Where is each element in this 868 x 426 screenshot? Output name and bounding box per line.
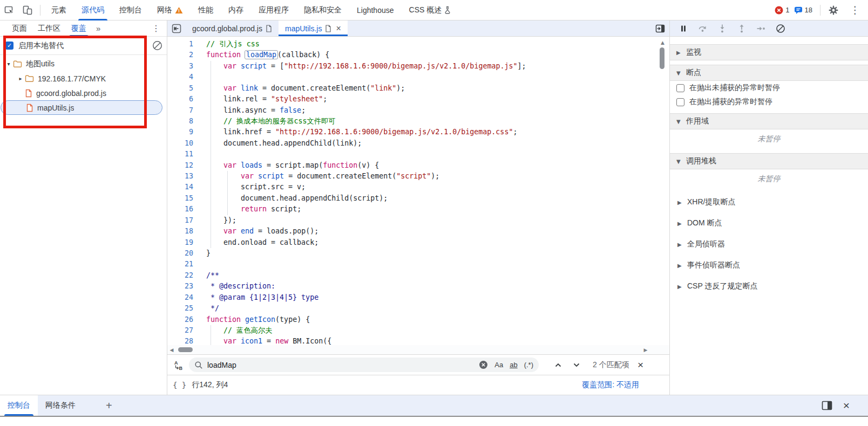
step-icon[interactable] (755, 23, 767, 35)
add-drawer-tab-icon[interactable]: + (96, 395, 122, 416)
search-input[interactable] (207, 361, 479, 369)
line-number[interactable]: 2 (172, 50, 193, 60)
line-number[interactable]: 16 (172, 204, 193, 215)
match-case-button[interactable]: Aa (494, 361, 503, 369)
panel-tab[interactable]: 元素 (44, 0, 74, 20)
line-number[interactable]: 12 (172, 160, 193, 171)
deactivate-breakpoints-icon[interactable] (775, 23, 786, 35)
panel-tab[interactable]: 性能 (191, 0, 221, 20)
panel-tab[interactable]: 源代码 (74, 0, 112, 20)
scrollbar-up-icon[interactable]: ▲ (661, 40, 664, 45)
whole-word-button[interactable]: ab (510, 361, 517, 369)
line-number[interactable]: 1 (172, 39, 193, 50)
line-number[interactable]: 28 (172, 336, 193, 345)
line-number[interactable]: 19 (172, 237, 193, 248)
coverage-link[interactable]: 覆盖范围: 不适用 (582, 380, 639, 390)
editor-tab[interactable]: mapUtils.js× (279, 20, 348, 36)
enable-overrides-checkbox[interactable]: ✓ (5, 42, 13, 50)
tree-arrow-icon[interactable]: ▾ (4, 61, 13, 67)
tree-item[interactable]: mapUtils.js (1, 100, 162, 115)
close-drawer-icon[interactable]: × (843, 399, 850, 412)
clear-search-icon[interactable] (479, 360, 488, 369)
panel-tab[interactable]: 应用程序 (251, 0, 296, 20)
debugger-section-header[interactable]: ▼作用域 (670, 113, 868, 129)
line-number[interactable]: 10 (172, 138, 193, 149)
vertical-scrollbar-thumb[interactable] (660, 47, 664, 69)
sidebar-menu-icon[interactable]: ⋮ (152, 23, 160, 33)
clear-configuration-icon[interactable] (152, 40, 162, 51)
debugger-section-item[interactable]: ▶全局侦听器 (670, 237, 868, 252)
debugger-section-item[interactable]: ▶DOM 断点 (670, 216, 868, 231)
sidebar-tab[interactable]: 页面 (6, 20, 32, 37)
more-tabs-icon[interactable]: » (96, 24, 100, 33)
sidebar-tab[interactable]: 覆盖 (66, 20, 92, 37)
panel-tab[interactable]: 隐私和安全 (296, 0, 349, 20)
customize-menu-icon[interactable]: ⋮ (847, 4, 863, 16)
step-over-icon[interactable] (697, 23, 709, 35)
breakpoint-option[interactable]: 在抛出未捕获的异常时暂停 (670, 81, 868, 95)
pause-script-icon[interactable] (677, 23, 689, 35)
line-number[interactable]: 17 (172, 215, 193, 226)
code-editor[interactable]: 1// 引入js css2function loadMap(callback) … (167, 37, 669, 345)
checkbox-unchecked[interactable] (676, 84, 684, 92)
scrollbar-right-icon[interactable]: ▶ (641, 347, 650, 353)
panel-tab[interactable]: 网络! (150, 0, 191, 20)
line-number[interactable]: 6 (172, 94, 193, 105)
debugger-section-header[interactable]: ▼断点 (670, 65, 868, 81)
tree-arrow-icon[interactable]: ▸ (16, 75, 25, 81)
inspect-element-icon[interactable] (0, 2, 18, 18)
navigate-back-icon[interactable] (167, 20, 186, 36)
step-out-icon[interactable] (736, 23, 748, 35)
line-number[interactable]: 3 (172, 61, 193, 72)
checkbox-unchecked[interactable] (676, 98, 684, 106)
sidebar-tab[interactable]: 工作区 (32, 20, 66, 37)
pretty-print-icon[interactable]: { } (173, 381, 186, 389)
line-number[interactable]: 26 (172, 314, 193, 325)
panel-tab[interactable]: CSS 概述 (402, 0, 460, 20)
close-tab-icon[interactable]: × (336, 24, 341, 33)
previous-match-icon[interactable] (554, 361, 562, 369)
line-number[interactable]: 14 (172, 182, 193, 193)
debugger-section-item[interactable]: ▶XHR/提取断点 (670, 195, 868, 210)
message-count-badge[interactable]: 18 (794, 6, 812, 15)
panel-tab[interactable]: 内存 (221, 0, 251, 20)
breakpoint-option[interactable]: 在抛出捕获的异常时暂停 (670, 95, 868, 109)
drawer-tab[interactable]: 控制台 (0, 395, 38, 416)
line-number[interactable]: 18 (172, 226, 193, 237)
close-search-icon[interactable]: × (638, 359, 643, 371)
error-count-badge[interactable]: 1 (775, 6, 789, 15)
tree-item[interactable]: gcoord.global.prod.js (0, 86, 167, 100)
debugger-section-item[interactable]: ▶事件侦听器断点 (670, 258, 868, 273)
drawer-tab[interactable]: 网络条件 (38, 395, 83, 416)
toggle-debugger-sidebar-icon[interactable] (651, 20, 669, 36)
regex-button[interactable]: (.*) (524, 361, 533, 369)
dock-side-icon[interactable] (822, 401, 832, 410)
line-number[interactable]: 22 (172, 270, 193, 281)
line-number[interactable]: 23 (172, 281, 193, 292)
step-into-icon[interactable] (716, 23, 728, 35)
scrollbar-left-icon[interactable]: ◀ (167, 347, 176, 353)
debugger-section-item[interactable]: ▶CSP 违反了规定断点 (670, 279, 868, 294)
line-number[interactable]: 27 (172, 325, 193, 336)
debugger-section-header[interactable]: ▶监视 (670, 44, 868, 60)
line-number[interactable]: 9 (172, 127, 193, 138)
replace-toggle-icon[interactable]: AB (172, 358, 186, 372)
panel-tab[interactable]: 控制台 (112, 0, 150, 20)
line-number[interactable]: 5 (172, 83, 193, 94)
panel-tab[interactable]: Lighthouse (349, 0, 402, 20)
line-number[interactable]: 4 (172, 72, 193, 83)
device-toolbar-icon[interactable] (18, 2, 37, 18)
line-number[interactable]: 7 (172, 105, 193, 116)
line-number[interactable]: 15 (172, 193, 193, 204)
line-number[interactable]: 11 (172, 149, 193, 160)
settings-gear-icon[interactable] (828, 5, 843, 16)
debugger-section-header[interactable]: ▼调用堆栈 (670, 153, 868, 169)
line-number[interactable]: 8 (172, 116, 193, 127)
line-number[interactable]: 25 (172, 303, 193, 314)
tree-item[interactable]: ▾地图utils (0, 57, 167, 71)
next-match-icon[interactable] (572, 361, 581, 369)
horizontal-scrollbar-thumb[interactable] (178, 347, 193, 352)
line-number[interactable]: 13 (172, 171, 193, 182)
line-number[interactable]: 20 (172, 248, 193, 259)
tree-item[interactable]: ▸192.168.1.77/CMYK (0, 71, 167, 86)
